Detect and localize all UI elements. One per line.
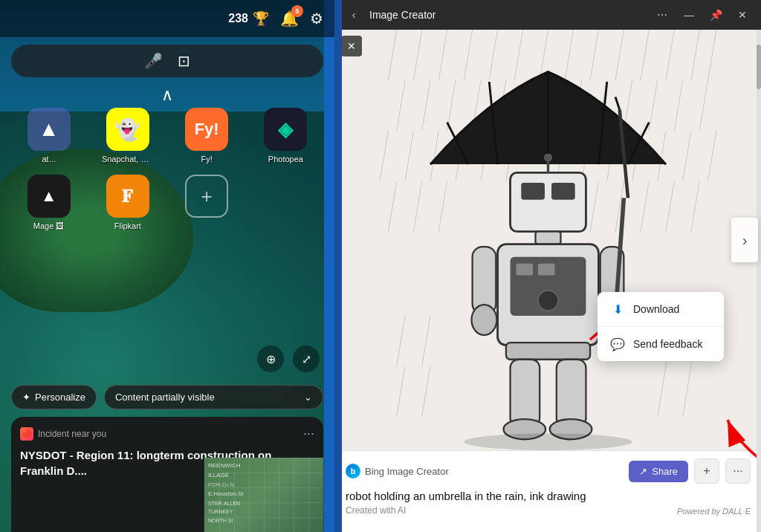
app-item-snapchat[interactable]: 👻 Snapchat, No... — [94, 108, 161, 163]
app-item-fy[interactable]: Fy! Fy! — [173, 108, 241, 163]
app-item-at[interactable]: ▲ at... — [15, 108, 82, 163]
trophy-icon: 🏆 — [253, 10, 269, 27]
add-button[interactable]: + — [694, 458, 719, 484]
image-creator-content: ✕ — [335, 30, 761, 532]
right-panel: ‹ Image Creator ⋯ — 📌 ✕ ✕ — [334, 0, 761, 532]
share-label: Share — [652, 466, 678, 477]
svg-rect-81 — [506, 343, 590, 360]
personalize-button[interactable]: ✦ Personalize — [11, 385, 97, 409]
image-subtitle: Created with AI — [346, 505, 406, 516]
close-x-button[interactable]: ✕ — [341, 36, 362, 56]
svg-rect-66 — [521, 183, 545, 200]
news-card-header: 🔴 Incident near you ··· — [20, 426, 314, 441]
app-label-fy: Fy! — [201, 155, 212, 163]
app-icon-fy[interactable]: Fy! — [185, 108, 228, 151]
image-title: robot holding an umbrella in the rain, i… — [346, 490, 751, 502]
bing-brand-label: Bing Image Creator — [365, 466, 449, 477]
app-label-mage: Mage 🖼 — [33, 221, 65, 230]
svg-rect-83 — [557, 360, 586, 427]
phone-search-bar[interactable]: 🎤 ⊡ — [11, 45, 323, 77]
score-number: 238 — [228, 12, 248, 25]
svg-point-75 — [538, 291, 558, 311]
titlebar-controls: ⋯ — 📌 ✕ — [652, 5, 752, 25]
download-label: Download — [633, 303, 679, 315]
close-button[interactable]: ✕ — [733, 5, 752, 25]
add-app-icon[interactable]: + — [185, 175, 228, 218]
app-icon-at[interactable]: ▲ — [27, 108, 71, 151]
map-labels: REENWICH ILLAGE FDR-Di-N E.Houston-St ST… — [204, 458, 323, 532]
scrollbar-thumb[interactable] — [757, 45, 761, 89]
app-label-photopea: Photopea — [268, 155, 303, 163]
svg-rect-73 — [516, 264, 533, 276]
bottom-actions: ↗ Share + ··· — [629, 458, 751, 484]
scrollbar[interactable] — [757, 30, 761, 532]
bottom-bar-top: b Bing Image Creator ↗ Share + ··· — [346, 458, 751, 484]
app-item-flipkart[interactable]: 𝐅 Flipkart — [94, 175, 161, 230]
news-source-label: Incident near you — [38, 429, 106, 439]
score-display: 238 🏆 — [228, 10, 269, 27]
app-label-at: at... — [42, 155, 55, 163]
apps-grid: ▲ at... 👻 Snapchat, No... Fy! Fy! ◈ Phot… — [0, 108, 334, 230]
svg-rect-76 — [473, 247, 496, 314]
app-icon-flipkart[interactable]: 𝐅 — [106, 175, 149, 218]
chevron-up-icon: ∧ — [161, 85, 173, 105]
svg-rect-82 — [511, 360, 540, 427]
panel-divider — [334, 0, 342, 532]
news-source-icon: 🔴 — [20, 427, 33, 441]
notification-badge: 5 — [291, 5, 303, 17]
svg-point-69 — [544, 153, 552, 161]
menu-dots-button[interactable]: ⋯ — [652, 5, 672, 25]
robot-illustration — [335, 30, 761, 450]
expand-icon[interactable]: ⤢ — [293, 346, 320, 372]
svg-rect-70 — [536, 232, 561, 244]
news-menu-button[interactable]: ··· — [303, 426, 314, 441]
svg-point-86 — [464, 433, 632, 450]
share-button[interactable]: ↗ Share — [629, 461, 688, 482]
news-source: 🔴 Incident near you — [20, 427, 106, 441]
app-label-snapchat: Snapchat, No... — [102, 155, 154, 163]
main-image-area: › ⬇ Download 💬 Send feedback — [335, 30, 761, 450]
gear-icon[interactable]: ⚙ — [310, 10, 323, 27]
phone-right-strip — [324, 0, 334, 532]
svg-rect-65 — [511, 172, 586, 231]
bell-container[interactable]: 🔔 5 — [280, 10, 299, 27]
titlebar: ‹ Image Creator ⋯ — 📌 ✕ — [335, 0, 761, 30]
camera-icon[interactable]: ⊡ — [178, 52, 190, 70]
chevron-down-icon: ⌄ — [304, 392, 312, 403]
more-button[interactable]: ··· — [725, 458, 751, 484]
app-item-mage[interactable]: ▲ Mage 🖼 — [15, 175, 82, 230]
content-partial-button[interactable]: Content partially visible ⌄ — [104, 385, 323, 409]
titlebar-title: Image Creator — [369, 9, 647, 21]
pin-button[interactable]: 📌 — [706, 5, 725, 25]
personalize-bar: ✦ Personalize Content partially visible … — [11, 385, 323, 409]
context-menu: ⬇ Download 💬 Send feedback — [598, 292, 724, 361]
content-partial-label: Content partially visible — [115, 392, 215, 403]
svg-rect-74 — [538, 264, 555, 276]
app-icon-mage[interactable]: ▲ — [27, 175, 71, 218]
personalize-label: Personalize — [35, 392, 85, 403]
more-dots-icon: ··· — [733, 464, 742, 478]
chevron-up-area[interactable]: ∧ — [0, 85, 334, 105]
news-card: 🔴 Incident near you ··· NYSDOT - Region … — [11, 417, 323, 532]
bing-logo: b — [346, 464, 360, 479]
minimize-button[interactable]: — — [679, 5, 699, 25]
app-item-add[interactable]: + — [173, 175, 241, 230]
next-image-button[interactable]: › — [731, 218, 758, 262]
app-icon-snapchat[interactable]: 👻 — [106, 108, 149, 151]
news-map: REENWICH ILLAGE FDR-Di-N E.Houston-St ST… — [204, 458, 323, 532]
feedback-button[interactable]: 💬 Send feedback — [598, 327, 724, 361]
app-item-photopea[interactable]: ◈ Photopea — [252, 108, 320, 163]
mic-icon[interactable]: 🎤 — [144, 52, 163, 70]
back-button[interactable]: ‹ — [344, 5, 363, 25]
app-icon-photopea[interactable]: ◈ — [264, 108, 307, 151]
feedback-label: Send feedback — [633, 338, 702, 350]
wallpaper-icon[interactable]: ⊕ — [257, 346, 284, 372]
app-label-flipkart: Flipkart — [114, 221, 141, 230]
phone-topbar: 238 🏆 🔔 5 ⚙ — [0, 0, 334, 37]
dall-e-badge: Powered by DALL·E — [677, 507, 751, 516]
bing-brand: b Bing Image Creator — [346, 464, 449, 479]
left-panel: 238 🏆 🔔 5 ⚙ 🎤 ⊡ ∧ ▲ at... 👻 Snapchat, No… — [0, 0, 334, 532]
personalize-icon: ✦ — [22, 392, 30, 403]
download-button[interactable]: ⬇ Download — [598, 292, 724, 327]
download-icon: ⬇ — [609, 301, 626, 317]
